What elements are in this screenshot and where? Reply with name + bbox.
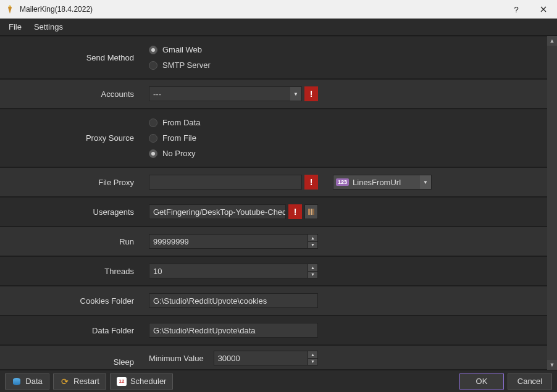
row-run: Run 99999999 ▲▼	[0, 227, 547, 256]
content: Send Method Gmail Web SMTP Server Accoun…	[0, 36, 557, 370]
row-data-folder: Data Folder G:\Studio\RedditUpvote\data	[0, 315, 547, 345]
radio-dot-icon	[149, 134, 157, 143]
cookies-folder-input[interactable]: G:\Studio\RedditUpvote\cookies	[149, 293, 318, 308]
accounts-combo[interactable]: --- ▼	[149, 86, 302, 101]
row-send-method: Send Method Gmail Web SMTP Server	[0, 36, 547, 79]
label-proxy-source: Proxy Source	[0, 109, 141, 167]
cancel-button[interactable]: Cancel	[508, 373, 552, 390]
chevron-down-icon: ▼	[420, 175, 431, 189]
accounts-warning-icon[interactable]: !	[304, 86, 318, 101]
radio-proxy-from-data[interactable]: From Data	[149, 118, 200, 127]
footer: Data ⟳ Restart 12 Scheduler OK Cancel	[0, 370, 557, 392]
scroll-up-icon[interactable]: ▲	[547, 36, 557, 46]
radio-label: From File	[162, 133, 196, 143]
restart-icon: ⟳	[60, 377, 70, 386]
file-proxy-warning-icon[interactable]: !	[304, 175, 318, 190]
lines-from-url-combo[interactable]: 123 LinesFromUrl ▼	[333, 175, 432, 190]
spin-up-icon[interactable]: ▲	[308, 235, 317, 242]
settings-form: Send Method Gmail Web SMTP Server Accoun…	[0, 36, 547, 370]
database-icon	[12, 377, 22, 386]
label-file-proxy: File Proxy	[0, 168, 141, 196]
svg-rect-2	[311, 209, 312, 215]
restart-button[interactable]: ⟳ Restart	[53, 373, 106, 390]
button-label: Data	[25, 377, 42, 386]
data-folder-input[interactable]: G:\Studio\RedditUpvote\data	[149, 323, 318, 338]
radio-label: No Proxy	[162, 149, 195, 158]
run-input[interactable]: 99999999 ▲▼	[149, 234, 318, 249]
spin-value: 10	[153, 267, 162, 276]
row-threads: Threads 10 ▲▼	[0, 256, 547, 286]
ok-button[interactable]: OK	[459, 373, 504, 390]
spin-up-icon[interactable]: ▲	[308, 351, 317, 359]
combo-value: ---	[153, 90, 161, 99]
spin-down-icon[interactable]: ▼	[308, 359, 317, 365]
label-accounts: Accounts	[0, 80, 141, 108]
file-proxy-input[interactable]	[149, 175, 302, 190]
row-useragents: Useragents GetFingering/DeskTop-Youtube-…	[0, 197, 547, 227]
data-button[interactable]: Data	[5, 373, 49, 390]
spin-value: 30000	[218, 354, 240, 363]
label-run: Run	[0, 227, 141, 256]
row-sleep: Sleep Minimum Value 30000 ▲▼	[0, 345, 547, 370]
scheduler-button[interactable]: 12 Scheduler	[110, 373, 174, 390]
label-useragents: Useragents	[0, 198, 141, 226]
radio-dot-icon	[149, 119, 157, 127]
svg-rect-3	[313, 209, 314, 215]
sleep-min-input[interactable]: 30000 ▲▼	[214, 351, 318, 365]
radio-label: SMTP Server	[162, 60, 211, 70]
titlebar: MailerKing(18.4.2022) ?	[0, 0, 557, 19]
radio-dot-icon	[149, 46, 157, 54]
useragents-browse-button[interactable]	[304, 204, 318, 219]
radio-dot-icon	[149, 61, 157, 70]
radio-gmail-web[interactable]: Gmail Web	[149, 45, 202, 54]
close-button[interactable]	[530, 0, 557, 19]
chevron-down-icon: ▼	[290, 87, 301, 101]
spin-down-icon[interactable]: ▼	[308, 272, 317, 278]
spin-down-icon[interactable]: ▼	[308, 242, 317, 249]
spin-up-icon[interactable]: ▲	[308, 264, 317, 272]
button-label: Cancel	[517, 377, 542, 386]
radio-label: From Data	[162, 118, 200, 127]
label-send-method: Send Method	[0, 36, 141, 78]
svg-point-0	[9, 6, 10, 7]
button-label: OK	[476, 377, 488, 386]
radio-smtp-server[interactable]: SMTP Server	[149, 60, 211, 70]
radio-label: Gmail Web	[162, 45, 202, 54]
row-proxy-source: Proxy Source From Data From File No Prox…	[0, 109, 547, 167]
useragents-warning-icon[interactable]: !	[288, 204, 302, 219]
radio-proxy-from-file[interactable]: From File	[149, 133, 196, 143]
label-sleep: Sleep	[0, 352, 141, 367]
vertical-scrollbar[interactable]: ▲ ▼	[547, 36, 557, 370]
row-accounts: Accounts --- ▼ !	[0, 79, 547, 109]
row-file-proxy: File Proxy ! 123 LinesFromUrl ▼	[0, 167, 547, 197]
calendar-icon: 12	[117, 377, 127, 386]
menubar: File Settings	[0, 19, 557, 36]
menu-settings[interactable]: Settings	[28, 20, 69, 34]
spin-value: 99999999	[153, 237, 189, 246]
menu-file[interactable]: File	[2, 20, 28, 34]
button-label: Scheduler	[130, 377, 167, 386]
svg-rect-1	[308, 209, 310, 215]
button-label: Restart	[73, 377, 99, 386]
row-cookies-folder: Cookies Folder G:\Studio\RedditUpvote\co…	[0, 286, 547, 315]
window-title: MailerKing(18.4.2022)	[20, 5, 503, 14]
radio-no-proxy[interactable]: No Proxy	[149, 149, 195, 158]
label-threads: Threads	[0, 257, 141, 285]
url-badge: 123	[336, 178, 349, 186]
label-data-folder: Data Folder	[0, 316, 141, 344]
help-button[interactable]: ?	[503, 0, 530, 19]
useragents-input[interactable]: GetFingering/DeskTop-Youtube-Checked.	[149, 204, 286, 219]
app-icon	[5, 4, 15, 14]
threads-input[interactable]: 10 ▲▼	[149, 264, 318, 278]
sleep-sublabel: Minimum Value	[149, 354, 204, 363]
scroll-down-icon[interactable]: ▼	[547, 360, 557, 370]
label-cookies-folder: Cookies Folder	[0, 286, 141, 315]
url-combo-label: LinesFromUrl	[353, 178, 401, 187]
radio-dot-icon	[149, 149, 157, 158]
column-icon	[308, 208, 315, 215]
